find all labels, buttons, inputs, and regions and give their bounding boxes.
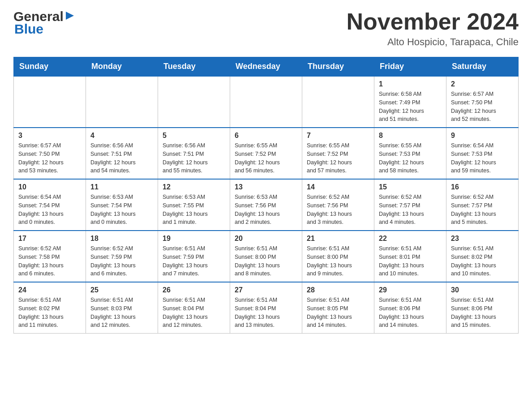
calendar-cell: 11Sunrise: 6:53 AM Sunset: 7:54 PM Dayli… xyxy=(86,179,158,231)
day-info: Sunrise: 6:51 AM Sunset: 8:00 PM Dayligh… xyxy=(307,244,369,278)
calendar-week-5: 24Sunrise: 6:51 AM Sunset: 8:02 PM Dayli… xyxy=(14,282,519,334)
calendar-cell: 4Sunrise: 6:56 AM Sunset: 7:51 PM Daylig… xyxy=(86,128,158,179)
day-info: Sunrise: 6:57 AM Sunset: 7:50 PM Dayligh… xyxy=(451,90,514,124)
calendar-cell xyxy=(230,76,302,128)
calendar-cell: 15Sunrise: 6:52 AM Sunset: 7:57 PM Dayli… xyxy=(374,179,446,231)
calendar-cell: 24Sunrise: 6:51 AM Sunset: 8:02 PM Dayli… xyxy=(14,282,86,334)
day-number: 10 xyxy=(18,183,81,191)
calendar-cell: 9Sunrise: 6:54 AM Sunset: 7:53 PM Daylig… xyxy=(446,128,519,179)
day-info: Sunrise: 6:52 AM Sunset: 7:58 PM Dayligh… xyxy=(18,244,81,278)
calendar-cell: 19Sunrise: 6:51 AM Sunset: 7:59 PM Dayli… xyxy=(158,231,230,282)
day-number: 5 xyxy=(163,132,225,140)
day-number: 7 xyxy=(307,132,369,140)
calendar-week-3: 10Sunrise: 6:54 AM Sunset: 7:54 PM Dayli… xyxy=(14,179,519,231)
day-number: 12 xyxy=(163,183,225,191)
calendar-cell: 21Sunrise: 6:51 AM Sunset: 8:00 PM Dayli… xyxy=(302,231,374,282)
calendar-cell: 13Sunrise: 6:53 AM Sunset: 7:56 PM Dayli… xyxy=(230,179,302,231)
day-number: 3 xyxy=(18,132,81,140)
calendar-week-2: 3Sunrise: 6:57 AM Sunset: 7:50 PM Daylig… xyxy=(14,128,519,179)
calendar-cell: 14Sunrise: 6:52 AM Sunset: 7:56 PM Dayli… xyxy=(302,179,374,231)
calendar-cell: 23Sunrise: 6:51 AM Sunset: 8:02 PM Dayli… xyxy=(446,231,519,282)
day-number: 24 xyxy=(18,286,81,294)
day-info: Sunrise: 6:51 AM Sunset: 8:04 PM Dayligh… xyxy=(163,296,225,330)
calendar-cell: 8Sunrise: 6:55 AM Sunset: 7:53 PM Daylig… xyxy=(374,128,446,179)
day-number: 29 xyxy=(379,286,442,294)
calendar-cell: 22Sunrise: 6:51 AM Sunset: 8:01 PM Dayli… xyxy=(374,231,446,282)
page-header: General Blue November 2024 Alto Hospicio… xyxy=(13,9,519,48)
day-number: 18 xyxy=(90,235,153,243)
day-info: Sunrise: 6:51 AM Sunset: 8:04 PM Dayligh… xyxy=(235,296,297,330)
day-number: 8 xyxy=(379,132,442,140)
calendar-cell xyxy=(302,76,374,128)
day-number: 26 xyxy=(163,286,225,294)
day-info: Sunrise: 6:55 AM Sunset: 7:52 PM Dayligh… xyxy=(235,141,297,175)
day-info: Sunrise: 6:56 AM Sunset: 7:51 PM Dayligh… xyxy=(163,141,225,175)
calendar-cell: 5Sunrise: 6:56 AM Sunset: 7:51 PM Daylig… xyxy=(158,128,230,179)
calendar-cell: 18Sunrise: 6:52 AM Sunset: 7:59 PM Dayli… xyxy=(86,231,158,282)
day-number: 27 xyxy=(235,286,297,294)
logo: General Blue xyxy=(13,9,75,37)
day-info: Sunrise: 6:51 AM Sunset: 8:02 PM Dayligh… xyxy=(18,296,81,330)
calendar-cell: 6Sunrise: 6:55 AM Sunset: 7:52 PM Daylig… xyxy=(230,128,302,179)
logo-arrow-icon xyxy=(65,11,75,22)
day-number: 30 xyxy=(451,286,514,294)
calendar-header-thursday: Thursday xyxy=(302,57,374,77)
calendar-cell: 25Sunrise: 6:51 AM Sunset: 8:03 PM Dayli… xyxy=(86,282,158,334)
calendar-cell: 28Sunrise: 6:51 AM Sunset: 8:05 PM Dayli… xyxy=(302,282,374,334)
day-info: Sunrise: 6:54 AM Sunset: 7:54 PM Dayligh… xyxy=(18,193,81,227)
day-info: Sunrise: 6:51 AM Sunset: 7:59 PM Dayligh… xyxy=(163,244,225,278)
day-number: 9 xyxy=(451,132,514,140)
month-year-title: November 2024 xyxy=(347,9,519,34)
logo-blue-text: Blue xyxy=(13,21,43,37)
day-info: Sunrise: 6:56 AM Sunset: 7:51 PM Dayligh… xyxy=(90,141,153,175)
calendar-header-monday: Monday xyxy=(86,57,158,77)
day-info: Sunrise: 6:52 AM Sunset: 7:57 PM Dayligh… xyxy=(379,193,442,227)
day-info: Sunrise: 6:51 AM Sunset: 8:02 PM Dayligh… xyxy=(451,244,514,278)
day-number: 23 xyxy=(451,235,514,243)
calendar-header-friday: Friday xyxy=(374,57,446,77)
day-info: Sunrise: 6:51 AM Sunset: 8:05 PM Dayligh… xyxy=(307,296,369,330)
day-number: 2 xyxy=(451,80,514,88)
day-number: 25 xyxy=(90,286,153,294)
day-info: Sunrise: 6:57 AM Sunset: 7:50 PM Dayligh… xyxy=(18,141,81,175)
day-info: Sunrise: 6:51 AM Sunset: 8:03 PM Dayligh… xyxy=(90,296,153,330)
day-number: 17 xyxy=(18,235,81,243)
calendar-cell: 12Sunrise: 6:53 AM Sunset: 7:55 PM Dayli… xyxy=(158,179,230,231)
day-info: Sunrise: 6:51 AM Sunset: 8:00 PM Dayligh… xyxy=(235,244,297,278)
day-number: 21 xyxy=(307,235,369,243)
day-info: Sunrise: 6:53 AM Sunset: 7:55 PM Dayligh… xyxy=(163,193,225,227)
calendar-table: SundayMondayTuesdayWednesdayThursdayFrid… xyxy=(13,57,519,334)
calendar-cell: 26Sunrise: 6:51 AM Sunset: 8:04 PM Dayli… xyxy=(158,282,230,334)
calendar-cell: 27Sunrise: 6:51 AM Sunset: 8:04 PM Dayli… xyxy=(230,282,302,334)
day-info: Sunrise: 6:51 AM Sunset: 8:06 PM Dayligh… xyxy=(379,296,442,330)
calendar-cell: 20Sunrise: 6:51 AM Sunset: 8:00 PM Dayli… xyxy=(230,231,302,282)
calendar-header-row: SundayMondayTuesdayWednesdayThursdayFrid… xyxy=(14,57,519,77)
calendar-cell: 1Sunrise: 6:58 AM Sunset: 7:49 PM Daylig… xyxy=(374,76,446,128)
calendar-cell: 29Sunrise: 6:51 AM Sunset: 8:06 PM Dayli… xyxy=(374,282,446,334)
day-number: 16 xyxy=(451,183,514,191)
day-info: Sunrise: 6:55 AM Sunset: 7:52 PM Dayligh… xyxy=(307,141,369,175)
day-info: Sunrise: 6:51 AM Sunset: 8:01 PM Dayligh… xyxy=(379,244,442,278)
calendar-header-tuesday: Tuesday xyxy=(158,57,230,77)
day-info: Sunrise: 6:53 AM Sunset: 7:54 PM Dayligh… xyxy=(90,193,153,227)
calendar-cell xyxy=(86,76,158,128)
calendar-week-4: 17Sunrise: 6:52 AM Sunset: 7:58 PM Dayli… xyxy=(14,231,519,282)
day-number: 22 xyxy=(379,235,442,243)
day-number: 15 xyxy=(379,183,442,191)
calendar-cell: 17Sunrise: 6:52 AM Sunset: 7:58 PM Dayli… xyxy=(14,231,86,282)
day-info: Sunrise: 6:52 AM Sunset: 7:57 PM Dayligh… xyxy=(451,193,514,227)
day-number: 14 xyxy=(307,183,369,191)
calendar-week-1: 1Sunrise: 6:58 AM Sunset: 7:49 PM Daylig… xyxy=(14,76,519,128)
calendar-cell: 3Sunrise: 6:57 AM Sunset: 7:50 PM Daylig… xyxy=(14,128,86,179)
day-number: 11 xyxy=(90,183,153,191)
location-subtitle: Alto Hospicio, Tarapaca, Chile xyxy=(347,36,519,48)
calendar-cell: 30Sunrise: 6:51 AM Sunset: 8:06 PM Dayli… xyxy=(446,282,519,334)
day-info: Sunrise: 6:51 AM Sunset: 8:06 PM Dayligh… xyxy=(451,296,514,330)
calendar-header-saturday: Saturday xyxy=(446,57,519,77)
calendar-header-wednesday: Wednesday xyxy=(230,57,302,77)
calendar-cell: 10Sunrise: 6:54 AM Sunset: 7:54 PM Dayli… xyxy=(14,179,86,231)
calendar-cell: 16Sunrise: 6:52 AM Sunset: 7:57 PM Dayli… xyxy=(446,179,519,231)
title-block: November 2024 Alto Hospicio, Tarapaca, C… xyxy=(347,9,519,48)
day-info: Sunrise: 6:54 AM Sunset: 7:53 PM Dayligh… xyxy=(451,141,514,175)
calendar-cell xyxy=(14,76,86,128)
